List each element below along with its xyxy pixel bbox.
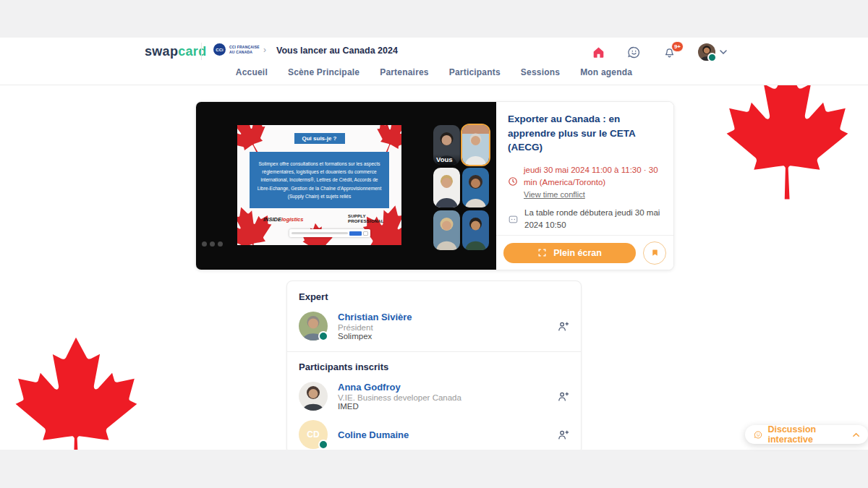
participant-avatar-photo <box>299 382 328 411</box>
session-notice-row: La table ronde débutera jeudi 30 mai 202… <box>508 207 662 232</box>
inside-logistics-logo: INSIDElogistics <box>263 216 303 223</box>
header-actions: 9+ <box>592 43 727 61</box>
top-letterbox-strip <box>0 0 868 38</box>
participant-role: V.IE. Business developer Canada <box>338 393 461 402</box>
participants-heading: Participants inscrits <box>299 361 569 372</box>
home-icon <box>592 46 605 59</box>
video-tile-speaker-6 <box>462 210 489 250</box>
clock-icon <box>508 176 518 187</box>
swapcard-logo[interactable]: swapcard <box>145 44 206 59</box>
logo-text-card: card <box>178 44 206 59</box>
logo-text-swap: swap <box>145 44 178 59</box>
cookie-accept-button <box>349 231 362 236</box>
notifications-button[interactable]: 9+ <box>663 46 676 59</box>
participant-company: IMED <box>338 402 461 411</box>
organizer-badge[interactable]: CCi CCI FRANÇAISEAU CANADA <box>213 43 260 56</box>
live-video-stage: Qui suis-je ? Solimpex offre consultatio… <box>196 102 496 270</box>
fullscreen-button[interactable]: Plein écran <box>503 243 636 263</box>
bookmark-icon <box>650 248 660 257</box>
org-line1: CCI FRANÇAISE <box>229 45 260 49</box>
expert-heading: Expert <box>299 291 569 302</box>
video-tile-speaker-3 <box>433 168 460 207</box>
add-contact-button[interactable] <box>557 320 569 333</box>
fullscreen-label: Plein écran <box>553 248 602 258</box>
cookie-secondary-button <box>363 231 368 236</box>
online-status-dot <box>318 331 328 341</box>
participant-name-link[interactable]: Coline Dumaine <box>338 429 409 440</box>
chevron-up-icon <box>853 432 859 437</box>
participant-row: CD Coline Dumaine <box>299 420 569 449</box>
session-title: Exporter au Canada : en apprendre plus s… <box>508 112 662 155</box>
header: swapcard CCi CCI FRANÇAISEAU CANADA › Vo… <box>0 38 868 85</box>
video-tile-speaker-4 <box>462 168 489 207</box>
slide-title: Qui suis-je ? <box>294 133 344 144</box>
slide-body-text: Solimpex offre consultations et formatio… <box>250 152 389 208</box>
participant-avatar[interactable]: CD <box>299 420 328 449</box>
session-media-card: Qui suis-je ? Solimpex offre consultatio… <box>195 101 674 270</box>
header-divider <box>201 43 202 60</box>
video-tile-photo <box>462 168 489 207</box>
session-notice: La table ronde débutera jeudi 30 mai 202… <box>524 207 662 232</box>
home-button[interactable] <box>592 46 605 59</box>
nav-scene-principale[interactable]: Scène Principale <box>288 67 359 77</box>
you-label: Vous <box>433 154 460 165</box>
online-status-dot <box>318 440 328 450</box>
person-add-icon <box>557 320 569 333</box>
people-card: Expert Christian Sivière Président Solim… <box>286 281 582 454</box>
nav-sessions[interactable]: Sessions <box>521 67 560 77</box>
participant-name-link[interactable]: Anna Godfroy <box>338 382 461 393</box>
video-tile-photo <box>433 168 460 207</box>
expert-company: Solimpex <box>338 332 412 341</box>
announcement-icon <box>508 214 519 225</box>
chat-smiley-icon <box>754 429 762 440</box>
nav-participants[interactable]: Participants <box>449 67 501 77</box>
video-tile-you: Vous <box>433 125 460 165</box>
bookmark-button[interactable] <box>643 241 666 265</box>
person-add-icon <box>557 429 569 441</box>
nav-mon-agenda[interactable]: Mon agenda <box>580 67 632 77</box>
section-divider <box>287 351 581 352</box>
cci-logo-icon: CCi <box>213 43 226 56</box>
session-datetime: jeudi 30 mai 2024 11:00 à 11:30 · 30 min… <box>524 164 662 189</box>
expert-row: Christian Sivière Président Solimpex <box>299 312 569 341</box>
video-tile-active-speaker <box>462 125 489 165</box>
participant-avatar[interactable] <box>299 382 328 411</box>
event-nav: Accueil Scène Principale Partenaires Par… <box>0 67 868 77</box>
event-session-page: swapcard CCi CCI FRANÇAISEAU CANADA › Vo… <box>0 0 868 488</box>
user-avatar[interactable] <box>698 43 715 61</box>
nav-accueil[interactable]: Accueil <box>236 67 268 77</box>
online-status-dot <box>707 53 717 62</box>
nav-partenaires[interactable]: Partenaires <box>380 67 429 77</box>
video-tile-photo <box>462 210 489 250</box>
expert-name-link[interactable]: Christian Sivière <box>338 312 412 322</box>
chevron-down-icon[interactable] <box>720 50 727 54</box>
session-actions: Plein écran <box>496 235 673 270</box>
supply-professional-logo: SUPPLYPROFESSIONAL <box>348 214 381 224</box>
session-info-panel: Exporter au Canada : en apprendre plus s… <box>496 102 673 270</box>
org-line2: AU CANADA <box>229 50 252 54</box>
session-time-row: jeudi 30 mai 2024 11:00 à 11:30 · 30 min… <box>508 164 662 200</box>
bottom-letterbox-strip <box>0 450 868 488</box>
presentation-slide: Qui suis-je ? Solimpex offre consultatio… <box>237 125 401 245</box>
slide-cookie-bar <box>289 229 370 237</box>
breadcrumb-chevron-icon: › <box>263 45 266 55</box>
fullscreen-icon <box>537 248 547 257</box>
video-tile-photo <box>433 210 460 250</box>
speaker-video-tiles: Vous <box>433 125 489 250</box>
chat-smiley-icon <box>627 46 641 59</box>
video-tile-speaker-5 <box>433 210 460 250</box>
interactive-discussion-toggle[interactable]: Discussion interactive <box>745 425 868 444</box>
person-add-icon <box>557 390 569 403</box>
view-time-conflict-link[interactable]: View time conflict <box>524 190 585 199</box>
notification-badge: 9+ <box>671 41 684 52</box>
participant-row: Anna Godfroy V.IE. Business developer Ca… <box>299 382 569 411</box>
cookie-bar-text-smudge <box>292 232 348 234</box>
video-tile-photo <box>462 125 489 165</box>
add-contact-button[interactable] <box>557 390 569 403</box>
player-controls[interactable] <box>202 241 223 247</box>
breadcrumb[interactable]: Vous lancer au Canada 2024 <box>276 46 398 56</box>
expert-avatar[interactable] <box>299 312 328 341</box>
add-contact-button[interactable] <box>557 429 569 441</box>
messages-button[interactable] <box>627 46 641 59</box>
expert-role: Président <box>338 323 412 332</box>
